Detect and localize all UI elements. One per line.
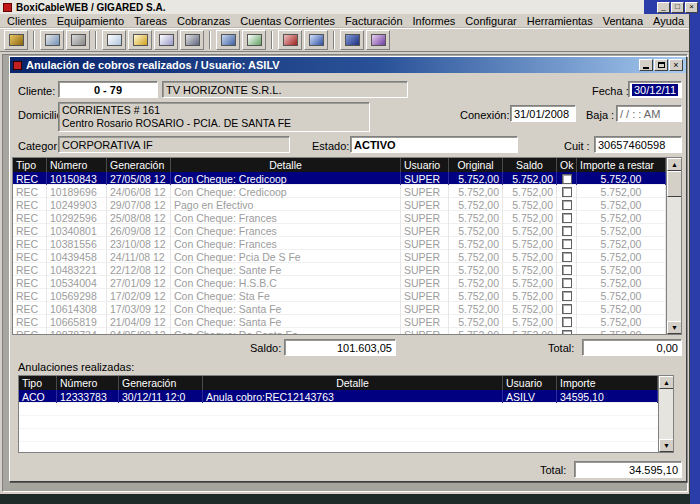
ok-checkbox[interactable] [562,265,572,275]
cell-generacion: 04/05/09 12 [107,328,171,334]
clients-button[interactable] [40,30,64,50]
search-button[interactable] [242,30,266,50]
equipment-button[interactable] [66,30,90,50]
menu-cobranzas[interactable]: Cobranzas [172,15,235,27]
menu-tareas[interactable]: Tareas [129,15,172,27]
cliente-name-field: TV HORIZONTE S.R.L. [162,81,408,98]
ok-checkbox[interactable] [562,291,572,301]
minimize-button[interactable]: _ [657,2,670,13]
column-header-saldo[interactable]: Saldo [503,158,557,172]
copy-document-button[interactable] [154,30,178,50]
scroll-down-icon[interactable]: ▼ [667,321,682,334]
dialog-titlebar[interactable]: Anulación de cobros realizados / Usuario… [10,57,686,73]
column-header-número[interactable]: Número [47,158,107,172]
grid-row[interactable]: REC1018969624/06/08 12Con Cheque: Credic… [13,185,681,198]
cobros-grid-scrollbar[interactable]: ▲ ▼ [666,158,681,334]
cell-original: 5.752,00 [449,237,503,250]
print-button[interactable] [180,30,204,50]
scroll-up-icon[interactable]: ▲ [667,158,682,171]
ok-checkbox[interactable] [562,200,572,210]
dialog-maximize-button[interactable] [654,59,668,71]
scroll-up-icon[interactable]: ▲ [659,376,674,389]
grid-row[interactable]: REC1048322122/12/08 12Con Cheque: Sante … [13,263,681,276]
ok-checkbox[interactable] [562,278,572,288]
grid-row[interactable]: REC1024990329/07/08 12Pago en EfectivoSU… [13,198,681,211]
column-header-importe a restar[interactable]: Importe a restar [577,158,666,172]
cell-numero: 10292596 [47,211,107,224]
menu-informes[interactable]: Informes [408,15,461,27]
cell-tipo: REC [13,328,47,334]
anulacion-dialog: Anulación de cobros realizados / Usuario… [9,56,687,482]
column-header-número[interactable]: Número [57,376,119,390]
fecha-input[interactable]: 30/12/11 [628,81,682,98]
scroll-thumb[interactable] [667,171,682,197]
menu-clientes[interactable]: Clientes [2,15,52,27]
grid-row[interactable]: REC1087873404/05/09 12Con Cheque: De San… [13,328,681,334]
toolbar-separator [95,31,97,49]
ok-checkbox[interactable] [562,252,572,262]
anulaciones-grid-scrollbar[interactable]: ▲ ▼ [658,376,673,452]
cell-numero: 12333783 [57,390,119,403]
column-header-generación[interactable]: Generación [119,376,203,390]
ok-cell [557,289,577,302]
grid-row[interactable]: REC1061430817/03/09 12Con Cheque: Santa … [13,302,681,315]
column-header-tipo[interactable]: Tipo [19,376,57,390]
scroll-down-icon[interactable]: ▼ [659,439,674,452]
cobros-grid-body: REC1015084327/05/08 12Con Cheque: Credic… [13,172,681,334]
grid-row[interactable]: REC1034080126/09/08 12Con Cheque: France… [13,224,681,237]
ok-checkbox[interactable] [562,330,572,335]
grid-row[interactable]: REC1029259625/08/08 12Con Cheque: France… [13,211,681,224]
ok-checkbox[interactable] [562,213,572,223]
close-button[interactable]: × [685,2,698,13]
ok-checkbox[interactable] [562,304,572,314]
new-document-icon [107,34,122,46]
ok-cell [557,237,577,250]
undo-button[interactable] [278,30,302,50]
toolbar [0,28,689,52]
menu-herramientas[interactable]: Herramientas [522,15,598,27]
grid-row[interactable]: REC1015084327/05/08 12Con Cheque: Credic… [13,172,681,185]
column-header-detalle[interactable]: Detalle [203,376,503,390]
help-button[interactable] [366,30,390,50]
ok-checkbox[interactable] [562,226,572,236]
exit-button[interactable] [4,30,28,50]
grid-row[interactable]: REC1038155623/10/08 12Con Cheque: France… [13,237,681,250]
table-button[interactable] [216,30,240,50]
ok-cell [557,172,577,185]
cell-detalle: Con Cheque: De Santa Fe [171,328,401,334]
column-header-importe[interactable]: Importe [557,376,658,390]
menu-configurar[interactable]: Configurar [460,15,521,27]
ok-checkbox[interactable] [562,317,572,327]
cell-saldo: 5.752,00 [503,237,557,250]
calculator-button[interactable] [304,30,328,50]
menu-ayuda[interactable]: Ayuda [648,15,689,27]
cliente-code-input[interactable]: 0 - 79 [58,81,158,98]
dialog-close-button[interactable]: × [669,59,683,71]
menu-ventana[interactable]: Ventana [598,15,648,27]
column-header-ok[interactable]: Ok [557,158,577,172]
maximize-button[interactable]: □ [671,2,684,13]
grid-row[interactable]: REC1043945824/11/08 12Con Cheque: Pcia D… [13,250,681,263]
column-header-generación[interactable]: Generación [107,158,171,172]
ok-checkbox[interactable] [562,174,572,184]
ok-checkbox[interactable] [562,239,572,249]
column-header-original[interactable]: Original [449,158,503,172]
grid-row[interactable]: ACO1233378330/12/11 12:0Anula cobro:REC1… [19,390,673,403]
open-document-button[interactable] [128,30,152,50]
grid-row[interactable]: REC1053400427/01/09 12Con Cheque: H.S.B.… [13,276,681,289]
cell-detalle: Anula cobro:REC12143763 [203,390,503,403]
ok-checkbox[interactable] [562,187,572,197]
column-header-usuario[interactable]: Usuario [503,376,557,390]
cell-tipo: REC [13,276,47,289]
new-document-button[interactable] [102,30,126,50]
menu-equipamiento[interactable]: Equipamiento [52,15,129,27]
column-header-detalle[interactable]: Detalle [171,158,401,172]
menu-facturación[interactable]: Facturación [340,15,407,27]
menu-cuentas-corrientes[interactable]: Cuentas Corrientes [235,15,340,27]
save-button[interactable] [340,30,364,50]
dialog-minimize-button[interactable] [639,59,653,71]
column-header-tipo[interactable]: Tipo [13,158,47,172]
column-header-usuario[interactable]: Usuario [401,158,449,172]
grid-row[interactable]: REC1056929817/02/09 12Con Cheque: Sta Fe… [13,289,681,302]
grid-row[interactable]: REC1066581921/04/09 12Con Cheque: Santa … [13,315,681,328]
